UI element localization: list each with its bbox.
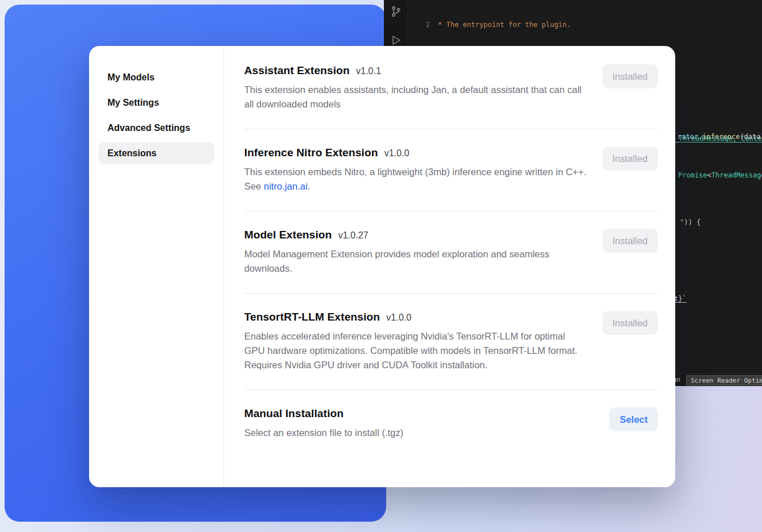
run-debug-icon[interactable] [389,33,403,47]
extension-row-nitro: Inference Nitro Extension v1.0.0 This ex… [244,129,658,211]
sidebar-item-my-models[interactable]: My Models [98,67,214,88]
extension-version: v1.0.27 [338,230,368,241]
extension-description: Model Management Extension provides mode… [244,247,588,276]
extension-version: v1.0.1 [356,66,382,76]
sidebar-item-extensions[interactable]: Extensions [98,142,214,164]
extension-row-assistant: Assistant Extension v1.0.1 This extensio… [244,64,658,129]
line-number: 2 [408,20,438,30]
extension-name: Inference Nitro Extension [244,147,378,159]
extensions-list: Assistant Extension v1.0.1 This extensio… [224,46,675,487]
manual-installation-description: Select an extension file to install (.tg… [244,426,403,440]
code-fragment: t}` [674,294,687,304]
screen-reader-badge[interactable]: Screen Reader Optimize [686,375,762,385]
installed-button[interactable]: Installed [602,147,658,171]
extension-description: This extension embeds Nitro, a lightweig… [244,165,588,194]
sidebar-item-advanced-settings[interactable]: Advanced Settings [98,117,214,139]
installed-button[interactable]: Installed [602,229,658,253]
settings-sidebar: My Models My Settings Advanced Settings … [89,46,224,487]
code-fragment: Promise<ThreadMessage> [678,171,762,180]
installed-button[interactable]: Installed [602,311,658,335]
extension-name: Model Extension [244,229,332,241]
code-fragment: ")) { [680,218,701,228]
manual-installation-row: Manual Installation Select an extension … [244,390,658,457]
installed-button[interactable]: Installed [602,64,658,88]
extension-version: v1.0.0 [386,313,411,323]
settings-modal: My Models My Settings Advanced Settings … [89,46,675,487]
extension-name: TensortRT-LLM Extension [244,311,380,323]
extension-version: v1.0.0 [384,148,410,159]
extension-description: This extension enables assistants, inclu… [244,83,588,111]
source-control-icon[interactable] [389,5,403,18]
page: 2* The entrypoint for the plugin. 3*/ 4 … [0,0,762,532]
extension-description: Enables accelerated inference leveraging… [244,329,583,372]
extension-name: Assistant Extension [244,64,350,77]
code-text: * The entrypoint for the plugin. [438,20,571,30]
sidebar-item-my-settings[interactable]: My Settings [98,92,214,114]
manual-installation-title: Manual Installation [244,407,344,420]
select-file-button[interactable]: Select [609,407,658,431]
extension-row-model: Model Extension v1.0.27 Model Management… [244,211,658,294]
code-line: 2* The entrypoint for the plugin. [408,20,762,30]
code-fragment: rator.inference(data)); [678,132,762,142]
extension-row-tensorrt: TensortRT-LLM Extension v1.0.0 Enables a… [244,294,658,390]
nitro-jan-ai-link[interactable]: nitro.jan.ai [264,181,307,191]
